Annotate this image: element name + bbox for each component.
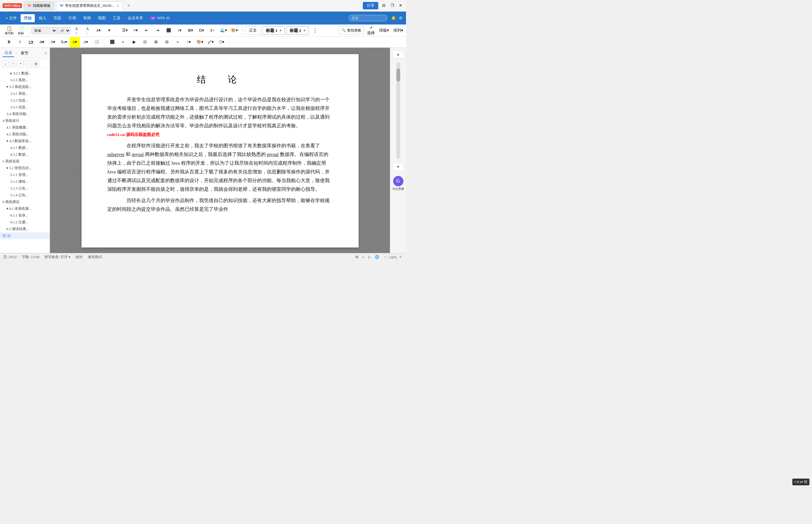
menu-page[interactable]: 页面 xyxy=(50,14,64,22)
font-size-increase[interactable]: A+ xyxy=(71,26,82,36)
sidebar-tab-chapter[interactable]: 章节 xyxy=(19,50,30,57)
column-btn[interactable]: ⫿▾ xyxy=(207,26,217,36)
sidebar-item-323[interactable]: 3.2.3 系统... xyxy=(0,77,50,83)
paragraph-spacing-btn[interactable]: ⊞▾ xyxy=(185,26,196,36)
list-unordered-btn[interactable]: ☰▾ xyxy=(119,26,130,36)
paste-button[interactable]: 📋 格式刷 xyxy=(3,26,15,36)
close-button[interactable]: ✕ xyxy=(398,3,403,9)
sidebar-item-511[interactable]: 5.1.1 管理... xyxy=(0,171,50,178)
font-size-selector[interactable]: 小三 xyxy=(58,27,70,34)
border-btn[interactable]: ⊡▾ xyxy=(196,26,206,36)
indent-left-btn[interactable]: ⇤ xyxy=(142,26,152,36)
special-btn2[interactable]: 🖊▾ xyxy=(205,37,216,47)
menu-file[interactable]: ≡ 文件 xyxy=(3,14,20,22)
sidebar-item-33[interactable]: ▾ 3.3 系统流程... xyxy=(0,83,50,90)
zoom-in-btn[interactable]: + xyxy=(398,255,403,260)
add-tab-button[interactable]: + xyxy=(125,3,133,9)
share-button[interactable]: 分享 xyxy=(363,2,378,9)
sidebar-item-322[interactable]: ▸ 3.2.2 数据... xyxy=(0,70,50,77)
wps-logo[interactable]: WPS Office xyxy=(3,3,22,8)
view-icon-2[interactable]: ≡ xyxy=(362,255,364,259)
sidebar-item-42[interactable]: 4.2 系统功能... xyxy=(0,131,50,137)
sidebar-tab-toc[interactable]: 目录 xyxy=(3,50,14,57)
heading2-style-btn[interactable]: 标题 2 ▾ xyxy=(286,27,309,35)
copy-button[interactable]: 📄 粘贴 xyxy=(16,26,26,36)
spell-check[interactable]: 拼写检查: 打开 ▾ xyxy=(45,255,70,259)
select-button[interactable]: ↗ 选择 xyxy=(365,26,376,36)
sidebar-more-btn[interactable]: ⊙ xyxy=(33,61,39,67)
view-icon-4[interactable]: 🌐 xyxy=(375,255,379,259)
align-justify-button[interactable]: ⊡ xyxy=(140,37,150,47)
menu-tools[interactable]: 工具 xyxy=(110,14,124,22)
heading1-style-btn[interactable]: 标题 1 ▾ xyxy=(262,27,285,35)
sidebar-item-62[interactable]: 6.2 测试结果... xyxy=(0,226,50,232)
highlight-button[interactable]: A▾ xyxy=(70,37,80,47)
sidebar-item-512[interactable]: 5.1.2 课程... xyxy=(0,178,50,185)
line-spacing-btn[interactable]: ↕▾ xyxy=(174,26,185,36)
border-char-button[interactable]: ⬜ xyxy=(92,37,102,47)
notification-icon[interactable]: 🔔 xyxy=(391,15,396,21)
view-icon-1[interactable]: ⊞ xyxy=(355,255,358,259)
sidebar-item-611[interactable]: 6.1.1 登录... xyxy=(0,212,50,219)
view-icon-3[interactable]: ▷ xyxy=(368,255,371,259)
watermark-btn[interactable]: 🌊▾ xyxy=(218,26,229,36)
sidebar-item-514[interactable]: 5.1.4 公告... xyxy=(0,192,50,198)
normal-style-btn[interactable]: 正文 xyxy=(245,27,261,34)
italic-button[interactable]: I xyxy=(15,37,25,47)
menu-reference[interactable]: 引用 xyxy=(65,14,79,22)
sidebar-item-331[interactable]: 3.3.1 系统... xyxy=(0,90,50,97)
sidebar-down-btn[interactable]: ↑ xyxy=(10,61,16,67)
list-ordered-btn[interactable]: ≡▾ xyxy=(131,26,141,36)
text-dir-button[interactable]: ↕▾ xyxy=(184,37,194,47)
sidebar-add-btn[interactable]: + xyxy=(17,61,24,67)
clear-format-btn[interactable]: ✦ xyxy=(104,26,114,36)
scroll-track[interactable] xyxy=(396,62,400,159)
sidebar-item-4[interactable]: 4 系统设计 xyxy=(0,117,50,124)
menu-view[interactable]: 视图 xyxy=(95,14,109,22)
tab-template[interactable]: W 找模板模板 xyxy=(24,1,54,10)
background-btn[interactable]: 🎨▾ xyxy=(229,26,239,36)
special-btn1[interactable]: 🎨▾ xyxy=(195,37,205,47)
font-size-decrease[interactable]: A- xyxy=(82,26,93,36)
menu-wpsai[interactable]: W WPS AI xyxy=(147,15,173,22)
sidebar-item-43[interactable]: ▾ 4.3 数据库设... xyxy=(0,137,50,144)
find-replace-button[interactable]: 🔍 查找替换 xyxy=(339,27,364,34)
scroll-down-btn[interactable]: ▼ xyxy=(393,163,404,171)
search-input[interactable] xyxy=(349,15,387,21)
align-right-button[interactable]: ▶ xyxy=(129,37,139,47)
sidebar-item-432[interactable]: 4.3.2 数据... xyxy=(0,151,50,158)
col-break-button[interactable]: ≡ xyxy=(173,37,183,47)
menu-home[interactable]: 开始 xyxy=(21,14,35,22)
strikethrough-button[interactable]: A▾ xyxy=(37,37,47,47)
menu-insert[interactable]: 插入 xyxy=(35,14,50,22)
subscript-button[interactable]: X₂▾ xyxy=(59,37,69,47)
doc-area[interactable]: code51.cn code51.cn code51.cn code51.cn … xyxy=(50,48,390,253)
font-selector[interactable]: 宋体 xyxy=(31,27,57,34)
sidebar-item-6[interactable]: 6 系统测试 xyxy=(0,198,50,205)
underline-button[interactable]: U▾ xyxy=(26,37,36,47)
maximize-button[interactable]: ❐ xyxy=(389,3,395,9)
font-bg-button[interactable]: A▾ xyxy=(81,37,91,47)
settings-icon[interactable]: ⚙ xyxy=(398,15,403,21)
sidebar-remove-btn[interactable]: − xyxy=(25,61,32,67)
sidebar-item-5[interactable]: 5 系统实现 xyxy=(0,158,50,165)
align-center-button[interactable]: ≡ xyxy=(118,37,128,47)
align-left-button[interactable]: ⬛ xyxy=(107,37,117,47)
tab-doc[interactable]: W 学生信息管理系统论文_20230... ✕ xyxy=(56,1,122,10)
scroll-up-btn[interactable]: ▲ xyxy=(393,50,404,58)
indent-right-btn[interactable]: ⇥ xyxy=(152,26,163,36)
menu-review[interactable]: 审阅 xyxy=(80,14,94,22)
tab-doc-close-icon[interactable]: ✕ xyxy=(117,4,119,7)
sidebar-item-34[interactable]: 3.4 系统功能... xyxy=(0,111,50,117)
zoom-out-btn[interactable]: − xyxy=(383,255,388,260)
font-color-button[interactable]: A▾ xyxy=(48,37,58,47)
sort-button[interactable]: 排版▾ xyxy=(378,26,391,36)
special-btn3[interactable]: ⬡▾ xyxy=(217,37,227,47)
sidebar-item-513[interactable]: 5.1.3 公告... xyxy=(0,185,50,192)
align-distribute-button[interactable]: ⊞ xyxy=(151,37,161,47)
styles-expand-btn[interactable]: ⋮ xyxy=(310,26,320,36)
font-format-btn[interactable]: A▾ xyxy=(93,26,103,36)
menu-member[interactable]: 会员专享 xyxy=(125,14,146,22)
ai-check-btn[interactable]: G xyxy=(393,176,403,186)
sidebar-item-51[interactable]: ▾ 5.1 管理员功... xyxy=(0,165,50,171)
